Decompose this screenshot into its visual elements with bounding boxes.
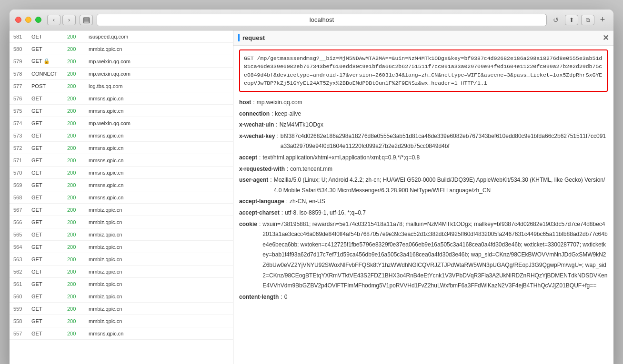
request-row[interactable]: 566GET200mmbiz.qpic.cn — [10, 216, 233, 228]
url-bar[interactable]: localhost — [97, 14, 547, 26]
row-status: 200 — [67, 232, 89, 237]
row-host: mp.weixin.qq.com — [89, 71, 229, 77]
row-status: 200 — [67, 34, 89, 39]
row-number: 559 — [13, 306, 31, 312]
row-number: 572 — [13, 145, 31, 151]
sidebar-toggle-button[interactable]: ▤ — [80, 15, 93, 25]
row-method: GET — [31, 269, 67, 275]
row-status: 200 — [67, 207, 89, 213]
request-row[interactable]: 570GET200mmsns.qpic.cn — [10, 167, 233, 179]
header-key: accept — [239, 153, 257, 163]
request-row[interactable]: 568GET200mmsns.qpic.cn — [10, 191, 233, 204]
row-status: 200 — [67, 83, 89, 89]
request-row[interactable]: 567GET200mmbiz.qpic.cn — [10, 204, 233, 216]
request-content: GET /mp/getmasssendmsg?__biz=MjM5NDAwMTA… — [233, 46, 613, 307]
request-row[interactable]: 561GET200mmbiz.qpic.cn — [10, 278, 233, 290]
header-line: content-length : 0 — [239, 292, 608, 303]
header-key: cookie — [239, 219, 257, 291]
request-row[interactable]: 575GET200mmsns.qpic.cn — [10, 105, 233, 117]
row-method: GET — [31, 170, 67, 176]
share-icon: ⬆ — [569, 17, 574, 23]
request-row[interactable]: 571GET200mmsns.qpic.cn — [10, 154, 233, 167]
request-row[interactable]: 557GET200mmsns.qpic.cn — [10, 327, 233, 340]
header-value: bf9387c4d02682e186a298a18276d8e0555e3ab5… — [281, 131, 608, 152]
request-row[interactable]: 562GET200mmbiz.qpic.cn — [10, 266, 233, 278]
header-key: content-length — [239, 292, 279, 303]
sidebar-icon: ▤ — [83, 15, 90, 24]
header-key: host — [239, 98, 251, 108]
header-line: accept : text/html,application/xhtml+xml… — [239, 153, 608, 163]
request-row[interactable]: 565GET200mmbiz.qpic.cn — [10, 228, 233, 241]
header-key: accept-charset — [239, 208, 280, 218]
request-row[interactable]: 581GET200isuspeed.qq.com — [10, 30, 233, 43]
row-method: GET — [31, 120, 67, 126]
row-status: 200 — [67, 145, 89, 151]
url-bar-container: localhost ↺ — [97, 14, 561, 26]
row-status: 200 — [67, 182, 89, 188]
row-number: 561 — [13, 281, 31, 287]
row-status: 200 — [67, 195, 89, 200]
header-value: 0 — [284, 292, 608, 303]
close-button[interactable] — [15, 17, 21, 23]
header-value: wxuin=738195881; rewardsn=5e174c03215418… — [262, 219, 608, 291]
row-host: mmbiz.qpic.cn — [89, 294, 229, 299]
row-status: 200 — [67, 157, 89, 163]
row-status: 200 — [67, 294, 89, 299]
row-method: GET — [31, 182, 67, 188]
row-host: log.tbs.qq.com — [89, 83, 229, 89]
row-method: GET — [31, 331, 67, 336]
request-row[interactable]: 559GET200mmbiz.qpic.cn — [10, 303, 233, 315]
row-method: GET — [31, 145, 67, 151]
row-host: mmsns.qpic.cn — [89, 331, 229, 336]
header-key: user-agent — [239, 175, 268, 196]
row-host: mmbiz.qpic.cn — [89, 306, 229, 312]
browser-window: ‹ › ▤ localhost ↺ ⬆ ⧉ + — [10, 10, 613, 364]
row-status: 200 — [67, 331, 89, 336]
row-status: 200 — [67, 46, 89, 52]
row-host: mmsns.qpic.cn — [89, 133, 229, 138]
request-row[interactable]: 564GET200mmbiz.qpic.cn — [10, 241, 233, 253]
row-number: 581 — [13, 34, 31, 39]
row-method: GET — [31, 232, 67, 237]
close-panel-button[interactable]: ✕ — [603, 33, 609, 42]
back-icon: ‹ — [53, 17, 55, 23]
request-row[interactable]: 572GET200mmsns.qpic.cn — [10, 142, 233, 154]
row-host: mmsns.qpic.cn — [89, 96, 229, 101]
new-tab-button[interactable]: + — [597, 15, 608, 25]
row-host: mmsns.qpic.cn — [89, 182, 229, 188]
row-number: 570 — [13, 170, 31, 176]
row-number: 560 — [13, 294, 31, 299]
request-row[interactable]: 563GET200mmbiz.qpic.cn — [10, 253, 233, 266]
row-host: mmbiz.qpic.cn — [89, 318, 229, 324]
reload-button[interactable]: ↺ — [551, 15, 561, 25]
row-method: GET — [31, 34, 67, 39]
row-method: CONNECT — [31, 71, 67, 77]
request-row[interactable]: 578CONNECT200mp.weixin.qq.com — [10, 68, 233, 80]
request-row[interactable]: 580GET200mmbiz.qpic.cn — [10, 43, 233, 55]
row-number: 566 — [13, 219, 31, 225]
header-value: NzM4MTk1ODgx — [280, 120, 608, 130]
request-row[interactable]: 569GET200mmsns.qpic.cn — [10, 179, 233, 191]
row-method: GET — [31, 207, 67, 213]
maximize-button[interactable] — [35, 17, 41, 23]
forward-button[interactable]: › — [62, 15, 76, 25]
row-host: mmbiz.qpic.cn — [89, 244, 229, 250]
request-row[interactable]: 579GET 🔒200mp.weixin.qq.com — [10, 55, 233, 68]
share-button[interactable]: ⬆ — [565, 15, 578, 25]
header-value: Mozilla/5.0 (Linux; U; Android 4.2.2; zh… — [274, 175, 608, 196]
row-method: POST — [31, 83, 67, 89]
row-method: GET — [31, 294, 67, 299]
request-row[interactable]: 560GET200mmbiz.qpic.cn — [10, 290, 233, 303]
row-number: 557 — [13, 331, 31, 336]
request-row[interactable]: 577POST200log.tbs.qq.com — [10, 80, 233, 92]
header-separator: : — [281, 292, 282, 303]
left-panel[interactable]: 581GET200isuspeed.qq.com580GET200mmbiz.q… — [10, 30, 233, 364]
request-row[interactable]: 573GET200mmsns.qpic.cn — [10, 129, 233, 142]
expand-button[interactable]: ⧉ — [581, 15, 594, 25]
request-row[interactable]: 574GET200mp.weixin.qq.com — [10, 117, 233, 129]
back-button[interactable]: ‹ — [47, 15, 60, 25]
request-row[interactable]: 576GET200mmsns.qpic.cn — [10, 92, 233, 105]
request-row[interactable]: 558GET200mmbiz.qpic.cn — [10, 315, 233, 327]
plus-icon: + — [600, 15, 605, 25]
minimize-button[interactable] — [25, 17, 31, 23]
